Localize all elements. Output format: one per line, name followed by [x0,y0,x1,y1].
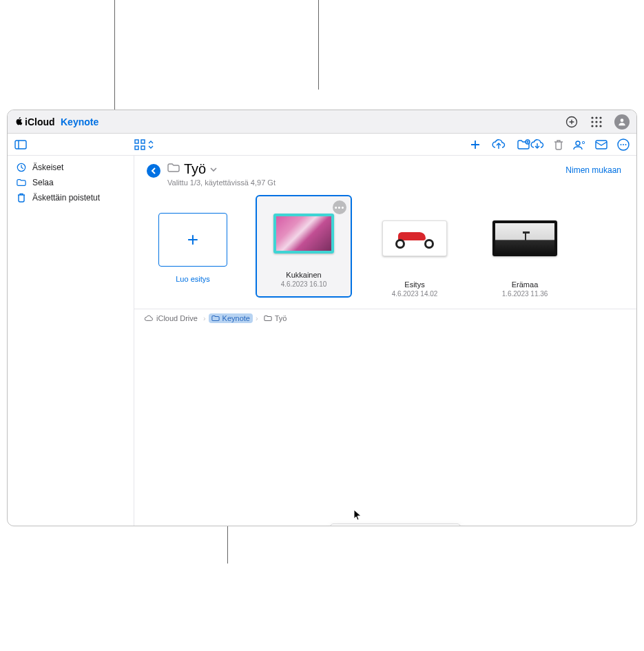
sidebar-item-label: Äskettäin poistetut [32,193,100,203]
tile-date: 4.6.2023 16.10 [281,280,327,288]
add-button[interactable] [470,139,481,150]
brand-app: Keynote [61,116,98,127]
file-tile-eramaa[interactable]: Erämaa 1.6.2023 11.36 [477,200,572,298]
svg-point-3 [591,116,593,118]
svg-point-34 [625,144,627,145]
mail-button[interactable] [595,140,607,149]
sidebar-item-browse[interactable]: Selaa [8,175,134,190]
chevron-right-icon: › [256,314,258,322]
tile-date: 4.6.2023 14.02 [392,290,438,298]
path-item-icloud-drive[interactable]: iCloud Drive [141,313,200,323]
more-button[interactable] [617,138,630,151]
new-folder-button[interactable] [517,139,530,150]
svg-point-5 [599,116,601,118]
svg-point-12 [621,118,624,122]
brand[interactable]: iCloud Keynote [14,116,98,128]
folder-icon [211,315,220,322]
file-tile-kukkainen[interactable]: ••• Kukkainen 4.6.2023 16.10 [256,195,352,298]
plus-icon: + [187,229,198,251]
svg-point-11 [599,125,601,127]
thumbnail [273,214,334,254]
file-tile-esitys[interactable]: Esitys 4.6.2023 14.02 [367,200,462,298]
svg-point-9 [591,125,593,127]
cloud-icon [144,315,154,322]
download-cloud-button[interactable] [530,139,544,150]
svg-rect-18 [141,146,145,149]
path-bar: iCloud Drive › Keynote › Työ [134,309,636,327]
folder-icon [16,178,27,187]
chevron-down-icon [210,165,217,174]
cursor-icon [353,509,363,521]
app-window: iCloud Keynote [7,110,637,526]
apps-grid-icon[interactable] [590,115,603,129]
svg-point-26 [576,141,580,145]
svg-point-32 [621,144,622,145]
svg-rect-30 [596,141,607,149]
thumbnail [382,220,447,256]
callout-line [227,525,228,564]
path-label: Keynote [222,314,250,322]
svg-point-6 [591,121,593,123]
svg-rect-16 [141,140,145,143]
tile-name: Esitys [404,280,424,289]
svg-rect-15 [135,140,138,143]
drag-preview-chip: Kukkainen [330,524,461,526]
delete-button[interactable] [554,139,563,150]
sidebar-item-recently-deleted[interactable]: Äskettäin poistetut [8,190,134,205]
path-label: iCloud Drive [156,314,198,322]
sidebar: Äskeiset Selaa Äskettäin poistetut [8,156,134,526]
apple-logo-icon [14,116,23,127]
account-avatar[interactable] [614,114,630,130]
folder-title[interactable]: Työ [167,161,276,177]
grid-view-button[interactable] [134,139,145,150]
folder-icon [167,163,180,176]
tile-date: 1.6.2023 11.36 [502,290,548,298]
sidebar-item-label: Äskeiset [32,163,63,172]
tile-name: Erämaa [512,280,539,289]
folder-icon [264,315,272,322]
folder-header: Työ Valittu 1/3, käytettävissä 4,97 Gt N… [134,156,636,189]
brand-icloud: iCloud [25,116,55,127]
path-item-tyo[interactable]: Työ [261,313,290,323]
folder-name: Työ [184,161,206,177]
toggle-sidebar-button[interactable] [14,140,27,149]
create-button[interactable] [565,115,579,129]
path-label: Työ [275,314,287,322]
callout-line [318,0,319,90]
back-button[interactable] [147,164,160,178]
file-grid: + Luo esitys ••• Kukkainen 4.6.2023 16.1… [134,189,636,309]
share-collaborate-button[interactable] [573,139,585,150]
upload-cloud-button[interactable] [492,139,506,150]
svg-rect-17 [135,146,138,149]
sidebar-item-recents[interactable]: Äskeiset [8,160,134,175]
tile-name: Kukkainen [286,271,321,279]
thumbnail [492,220,557,256]
folder-status: Valittu 1/3, käytettävissä 4,97 Gt [167,178,276,187]
view-options-chevrons-icon[interactable] [148,140,154,149]
clock-icon [16,163,27,172]
sort-button[interactable]: Nimen mukaan [565,161,621,175]
tile-more-button[interactable]: ••• [333,200,346,214]
svg-point-33 [623,144,624,145]
toolbar [8,134,636,156]
svg-rect-13 [15,141,26,149]
svg-point-10 [595,125,597,127]
chevron-right-icon: › [203,314,206,322]
create-presentation-tile[interactable]: + Luo esitys [145,200,240,298]
svg-point-8 [599,121,601,123]
create-label: Luo esitys [176,275,210,283]
svg-point-7 [595,121,597,123]
path-item-keynote[interactable]: Keynote [209,313,253,323]
trash-icon [16,193,27,203]
sidebar-item-label: Selaa [32,178,54,187]
svg-point-4 [595,116,597,118]
main-content: Työ Valittu 1/3, käytettävissä 4,97 Gt N… [134,156,636,526]
titlebar: iCloud Keynote [8,110,636,134]
